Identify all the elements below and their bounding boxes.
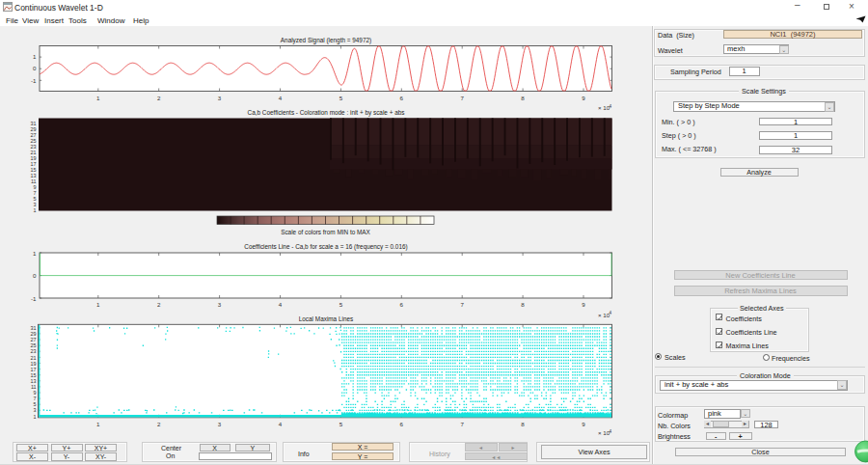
svg-text:-1: -1 — [31, 77, 37, 84]
svg-text:-1: -1 — [31, 295, 37, 302]
svg-text:6: 6 — [400, 95, 404, 101]
svg-text:1: 1 — [96, 421, 100, 427]
svg-text:3: 3 — [218, 301, 222, 308]
svg-text:2: 2 — [157, 421, 161, 427]
svg-text:1: 1 — [34, 414, 37, 420]
svg-text:3: 3 — [218, 421, 222, 427]
svg-text:2: 2 — [157, 95, 161, 101]
svg-text:4: 4 — [279, 301, 283, 308]
svg-text:31: 31 — [31, 325, 37, 331]
svg-text:7: 7 — [460, 95, 464, 101]
svg-text:Coefficients Line - Ca,b for s: Coefficients Line - Ca,b for scale a = 1… — [244, 243, 407, 251]
svg-text:17: 17 — [31, 367, 37, 372]
svg-text:4: 4 — [279, 95, 283, 101]
svg-text:1: 1 — [96, 301, 100, 308]
svg-text:8: 8 — [521, 421, 525, 427]
svg-text:8: 8 — [521, 95, 525, 101]
svg-text:6: 6 — [400, 421, 404, 427]
svg-text:25: 25 — [31, 342, 37, 348]
svg-text:23: 23 — [31, 348, 37, 354]
svg-text:1: 1 — [34, 207, 37, 213]
svg-text:4: 4 — [610, 311, 612, 315]
svg-text:11: 11 — [31, 384, 37, 390]
svg-text:9: 9 — [582, 95, 585, 101]
svg-text:25: 25 — [31, 138, 37, 144]
svg-text:9: 9 — [34, 184, 37, 190]
svg-text:0: 0 — [33, 65, 37, 71]
svg-text:6: 6 — [400, 301, 404, 308]
svg-text:29: 29 — [31, 331, 37, 337]
svg-text:4: 4 — [279, 421, 283, 427]
svg-text:15: 15 — [31, 372, 37, 378]
svg-text:5: 5 — [339, 301, 343, 308]
svg-text:5: 5 — [339, 95, 343, 101]
svg-text:5: 5 — [34, 401, 37, 407]
svg-text:Ca,b Coefficients - Coloration: Ca,b Coefficients - Coloration mode : in… — [248, 109, 405, 117]
svg-text:5: 5 — [339, 421, 343, 427]
svg-text:Analyzed Signal (length = 949: Analyzed Signal (length = 94972) — [281, 37, 371, 44]
svg-text:4: 4 — [610, 429, 612, 434]
svg-text:1: 1 — [33, 250, 37, 257]
svg-text:9: 9 — [34, 390, 37, 396]
svg-text:Scale of colors from MIN to MA: Scale of colors from MIN to MAX — [281, 229, 370, 235]
svg-text:7: 7 — [460, 421, 464, 427]
svg-text:Local Maxima Lines: Local Maxima Lines — [299, 315, 353, 322]
svg-text:0: 0 — [33, 272, 37, 279]
svg-text:3: 3 — [34, 407, 37, 413]
svg-text:19: 19 — [31, 361, 37, 367]
svg-text:9: 9 — [582, 301, 585, 308]
svg-text:3: 3 — [218, 95, 222, 101]
svg-text:7: 7 — [460, 301, 464, 308]
svg-text:2: 2 — [157, 301, 161, 308]
svg-text:1: 1 — [96, 95, 100, 101]
svg-text:27: 27 — [31, 337, 37, 342]
svg-text:21: 21 — [31, 355, 37, 361]
svg-text:13: 13 — [31, 378, 37, 384]
svg-text:4: 4 — [610, 104, 612, 109]
svg-text:1: 1 — [33, 53, 37, 60]
svg-text:9: 9 — [582, 421, 585, 427]
svg-text:8: 8 — [521, 301, 525, 308]
svg-text:7: 7 — [34, 396, 37, 401]
